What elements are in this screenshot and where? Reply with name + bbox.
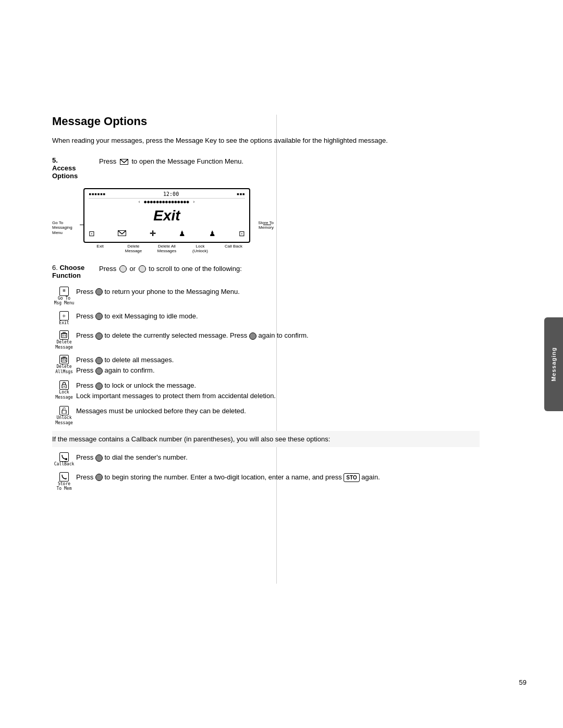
function-item-delete-all: DeleteAllMsgs Press to delete all messag… [52,355,480,375]
sto-btn: STO [344,473,359,482]
exit-display: Exit [153,207,180,224]
page-number: 59 [519,678,527,686]
dots-row: ‹ ●●●●●●●●●●●●●●● › [89,200,245,204]
unlock-icon [59,406,69,415]
delete-msg-icon-col: DeleteMessage [52,330,76,350]
del-btn2 [249,332,256,340]
function-item-exit: ✛ Exit Press to exit Messaging to idle m… [52,311,480,326]
function-item-goto: ⊞ Go ToMsg Menu Press to return your pho… [52,287,480,306]
goto-btn [95,288,103,295]
step-5-number: 5. Access Options [52,156,99,180]
step-6-function: Function [52,272,81,279]
callback-note: If the message contains a Callback numbe… [52,431,480,448]
phone-buttons-row: ⊡ ✛ ♟ ♟ ⊡ [89,227,245,240]
left-softkey-icon: ⊡ [89,229,95,238]
msg-icon [118,230,126,236]
step-5-row: 5. Access Options Press to open the Mess… [52,156,480,180]
page-container: Messaging 59 Message Options When readin… [0,0,563,728]
function-item-store: StoreTo Mem Press to begin storing the n… [52,472,480,491]
battery-indicator: ▪▪▪ [237,191,245,196]
step-6-row: 6. Choose Function Press or to scroll to… [52,264,480,279]
right-connector [263,225,271,225]
store-label: StoreTo Mem [57,482,72,491]
nav-up-icon [119,265,127,273]
function-list: ⊞ Go ToMsg Menu Press to return your pho… [52,287,480,426]
goto-label: Go ToMsg Menu [54,296,75,306]
phone-bottom-labels: Exit DeleteMessage Delete AllMessages Lo… [83,244,250,253]
person2-icon: ♟ [209,229,216,238]
svg-rect-13 [62,410,66,414]
time-display: 12:00 [163,191,179,197]
del-all-btn2 [95,367,103,375]
step-6-number: 6. [52,264,58,272]
step-5-access: Access [52,164,99,172]
nav-down-icon [139,265,146,273]
phone-diagram: Go ToMessagingMenu Store ToMemory ▪▪▪▪▪▪… [52,188,271,253]
or-text: or [129,265,136,273]
lock-icon [59,380,69,390]
callback-btn [95,454,103,462]
function-item-unlock: UnlockMessage Messages must be unlocked … [52,406,480,425]
callback-icon-col: CallBack [52,452,76,467]
goto-box: ⊞ [59,287,69,296]
function-item-delete-msg: DeleteMessage Press to delete the curren… [52,330,480,350]
signal-indicator: ▪▪▪▪▪▪ [89,191,106,196]
delete-all-icon-col: DeleteAllMsgs [52,355,76,374]
label-callback: Call Back [218,244,249,253]
step-5-options: Options [52,172,99,180]
del-btn1 [95,332,103,340]
delete-all-desc: Press to delete all messages. Press agai… [76,355,480,375]
label-exit: Exit [84,244,116,253]
intro-text: When reading your messages, press the Me… [52,135,480,146]
right-softkey-icon: ⊡ [239,229,245,238]
envelope-icon [120,159,128,165]
svg-rect-0 [62,334,67,338]
store-icon [59,472,69,482]
side-tab: Messaging [544,317,563,411]
left-label: Go ToMessagingMenu [52,220,81,236]
step-6-label-col: 6. Choose Function [52,264,99,279]
phone-status-bar: ▪▪▪▪▪▪ 12:00 ▪▪▪ [89,191,245,199]
step-5-desc: Press to open the Message Function Menu. [99,156,480,167]
step-5-press: Press [99,157,116,165]
delete-msg-label: DeleteMessage [55,340,73,350]
store-desc: Press to begin storing the number. Enter… [76,472,480,483]
person-icon: ♟ [179,229,186,238]
exit-desc: Press to exit Messaging to idle mode. [76,311,480,322]
step-6-choose: Choose [59,264,84,272]
store-btn [95,474,103,481]
exit-icon-col: ✛ Exit [52,311,76,326]
exit-btn [95,313,103,320]
lock-label: LockMessage [55,390,73,400]
step-6-press: Press [99,265,116,273]
goto-icon: ⊞ [59,287,69,296]
goto-icon-col: ⊞ Go ToMsg Menu [52,287,76,306]
unlock-label: UnlockMessage [55,415,73,425]
label-delete-all: Delete AllMessages [151,244,182,253]
goto-desc: Press to return your phone to the Messag… [76,287,480,297]
exit-label: Exit [59,320,69,326]
label-delete-msg: DeleteMessage [118,244,149,253]
exit-icon: ✛ [59,311,69,320]
callback-icon [59,452,69,462]
lock-btn [95,382,103,390]
unlock-desc: Messages must be unlocked before they ca… [76,406,480,416]
side-tab-label: Messaging [550,347,557,381]
delete-msg-desc: Press to delete the currently selected m… [76,330,480,341]
phone-screen: ▪▪▪▪▪▪ 12:00 ▪▪▪ ‹ ●●●●●●●●●●●●●●● › Exi… [83,188,250,243]
callback-note-text: If the message contains a Callback numbe… [52,435,330,443]
step-5-label: 5. [52,156,58,164]
delete-all-icon [59,355,69,364]
lock-desc: Press to lock or unlock the message. Loc… [76,380,480,401]
page-title: Message Options [52,115,480,128]
callback-list: CallBack Press to dial the sender's numb… [52,452,480,491]
store-icon-col: StoreTo Mem [52,472,76,491]
phone-exit-text: Exit [89,204,245,227]
main-content: Message Options When reading your messag… [52,115,480,497]
hash-icon: ✛ [150,229,156,238]
svg-rect-5 [62,358,67,362]
step-6-desc2: to scroll to one of the following: [149,265,242,273]
label-lock: Lock(Unlock) [185,244,216,253]
step-6-desc: Press or to scroll to one of the followi… [99,264,480,275]
delete-msg-icon [59,330,69,340]
